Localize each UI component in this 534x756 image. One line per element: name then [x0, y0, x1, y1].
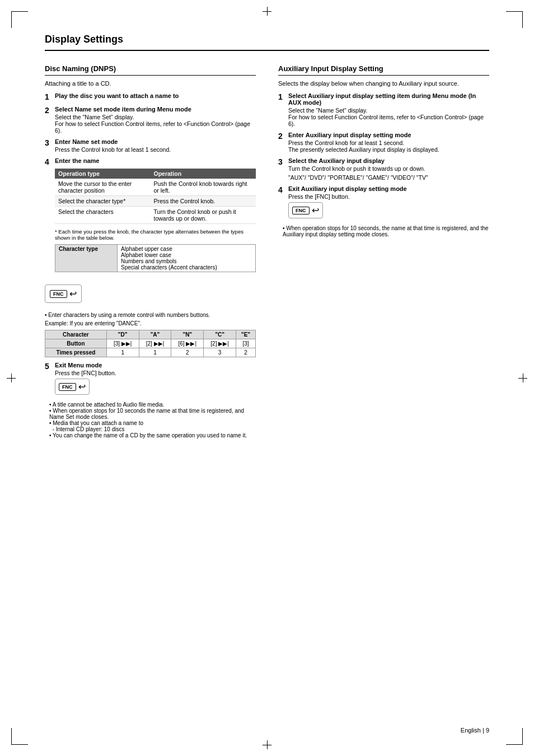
- ex-button-e: [3]: [236, 339, 255, 348]
- step-5: 5 Exit Menu mode Press the [FNC] button.…: [45, 362, 256, 397]
- ex-times-d: 1: [106, 348, 139, 357]
- aux-notes: When operation stops for 10 seconds, the…: [278, 225, 489, 237]
- aux-step-4-number: 4: [278, 185, 286, 194]
- step-3: 3 Enter Name set mode Press the Control …: [45, 138, 256, 153]
- step-4: 4 Enter the name Operation type Operatio…: [45, 157, 256, 276]
- step-3-title: Enter Name set mode: [55, 138, 256, 145]
- ex-header-n: "N": [171, 330, 204, 339]
- ex-times-c: 3: [204, 348, 236, 357]
- note-item: When operation stops for 10 seconds the …: [49, 408, 256, 420]
- note-enter-chars-text: • Enter characters by using a remote con…: [45, 312, 256, 318]
- table-row: Select the character type* Press the Con…: [55, 196, 256, 207]
- note-example-text: Example: If you are entering "DANCE".: [45, 320, 256, 326]
- char-type-values: Alphabet upper case Alphabet lower case …: [118, 245, 256, 272]
- ops-row1-type: Move the cursor to the enter character p…: [55, 179, 151, 196]
- step-2-title: Select Name set mode item during Menu mo…: [55, 106, 256, 113]
- step-3-number: 3: [45, 138, 53, 147]
- step-5-title: Exit Menu mode: [55, 362, 256, 368]
- aux-title: Auxiliary Input Display Setting: [278, 64, 489, 76]
- ex-header-char: Character: [45, 330, 107, 339]
- ex-times-a: 1: [139, 348, 171, 357]
- aux-step-4-title: Exit Auxiliary input display setting mod…: [288, 185, 489, 192]
- page-title: Display Settings: [45, 34, 489, 51]
- ops-row2-type: Select the character type*: [55, 196, 151, 207]
- disc-naming-title: Disc Naming (DNPS): [45, 64, 256, 76]
- step-1: 1 Play the disc you want to attach a nam…: [45, 92, 256, 101]
- char-type-table: Character type Alphabet upper case Alpha…: [55, 244, 256, 272]
- ex-button-label: Button: [45, 339, 107, 348]
- aux-subtitle: Selects the display below when changing …: [278, 80, 489, 87]
- step-1-number: 1: [45, 92, 53, 101]
- aux-fnc-icon: FNC: [292, 207, 310, 214]
- char-type-label: Character type: [55, 245, 118, 272]
- aux-note-item: When operation stops for 10 seconds, the…: [283, 225, 489, 237]
- aux-step-1-number: 1: [278, 92, 286, 101]
- ex-button-d: [3] ▶▶|: [106, 339, 139, 348]
- ex-header-a: "A": [139, 330, 171, 339]
- step-5-number: 5: [45, 362, 53, 371]
- aux-step-2-body: Press the Control knob for at least 1 se…: [288, 139, 489, 153]
- ex-times-e: 2: [236, 348, 255, 357]
- arrow-icon-2: ↩: [78, 381, 86, 392]
- aux-step-3-body: Turn the Control knob or push it towards…: [288, 165, 489, 172]
- step-2-number: 2: [45, 106, 53, 115]
- aux-step-3-title: Select the Auxiliary input display: [288, 157, 489, 164]
- step-1-title: Play the disc you want to attach a name …: [55, 92, 179, 99]
- note-item: A title cannot be attached to Audio file…: [49, 402, 256, 408]
- fnc-icon-1: FNC: [50, 290, 67, 298]
- aux-step-2: 2 Enter Auxiliary input display setting …: [278, 132, 489, 153]
- table-row: Character type Alphabet upper case Alpha…: [55, 245, 256, 272]
- step-5-body: Press the [FNC] button.: [55, 370, 256, 376]
- fnc-button-box: FNC ↩: [55, 379, 90, 395]
- ex-button-c: [2] ▶▶|: [204, 339, 236, 348]
- aux-step-1-title: Select Auxiliary input display setting i…: [288, 92, 489, 106]
- fnc-icon-2: FNC: [59, 383, 76, 391]
- right-column: Auxiliary Input Display Setting Selects …: [278, 64, 489, 443]
- table-row: Move the cursor to the enter character p…: [55, 179, 256, 196]
- ex-times-label: Times pressed: [45, 348, 107, 357]
- notes-2: A title cannot be attached to Audio file…: [45, 402, 256, 438]
- step-2-body: Select the "Name Set" display.For how to…: [55, 114, 256, 134]
- aux-step-3-number: 3: [278, 157, 286, 166]
- ex-header-d: "D": [106, 330, 139, 339]
- aux-step-1-body: Select the "Name Set" display.For how to…: [288, 107, 489, 127]
- aux-step-1: 1 Select Auxiliary input display setting…: [278, 92, 489, 127]
- note-box-enter-chars: • Enter characters by using a remote con…: [45, 312, 256, 357]
- operations-table: Operation type Operation Move the cursor…: [55, 169, 256, 224]
- table-row: Button [3] ▶▶| [2] ▶▶| [6] ▶▶| [2] ▶▶| […: [45, 339, 256, 348]
- note-item: Media that you can attach a name to - In…: [49, 420, 256, 432]
- ex-button-n: [6] ▶▶|: [171, 339, 204, 348]
- example-table: Character "D" "A" "N" "C" "E" Button [3]…: [45, 330, 256, 357]
- note-box-1: FNC ↩: [45, 284, 82, 303]
- left-column: Disc Naming (DNPS) Attaching a title to …: [45, 64, 256, 443]
- step-2: 2 Select Name set mode item during Menu …: [45, 106, 256, 134]
- disc-naming-subtitle: Attaching a title to a CD.: [45, 80, 256, 87]
- aux-arrow-icon: ↩: [312, 205, 319, 216]
- aux-step-3-extra: "AUX"/ "DVD"/ "PORTABLE"/ "GAME"/ "VIDEO…: [288, 174, 489, 181]
- ops-header-op: Operation: [151, 169, 256, 179]
- ops-row3-op: Turn the Control knob or push it towards…: [151, 207, 256, 224]
- ops-header-type: Operation type: [55, 169, 151, 179]
- footnote-asterisk: * Each time you press the knob, the char…: [55, 228, 256, 241]
- aux-step-4: 4 Exit Auxiliary input display setting m…: [278, 185, 489, 221]
- table-row: Times pressed 1 1 2 3 2: [45, 348, 256, 357]
- ops-row3-type: Select the characters: [55, 207, 151, 224]
- page-footer: English | 9: [461, 727, 489, 734]
- ops-row2-op: Press the Control knob.: [151, 196, 256, 207]
- step-4-number: 4: [45, 157, 53, 166]
- ex-header-c: "C": [204, 330, 236, 339]
- aux-step-2-title: Enter Auxiliary input display setting mo…: [288, 132, 489, 138]
- aux-fnc-button-box: FNC ↩: [288, 202, 323, 218]
- aux-step-2-number: 2: [278, 132, 286, 141]
- step-4-title: Enter the name: [55, 157, 256, 164]
- aux-step-3: 3 Select the Auxiliary input display Tur…: [278, 157, 489, 181]
- aux-step-4-body: Press the [FNC] button.: [288, 193, 489, 200]
- ex-header-e: "E": [236, 330, 255, 339]
- table-row: Select the characters Turn the Control k…: [55, 207, 256, 224]
- ex-times-n: 2: [171, 348, 204, 357]
- step-3-body: Press the Control knob for at least 1 se…: [55, 146, 256, 153]
- ex-button-a: [2] ▶▶|: [139, 339, 171, 348]
- arrow-icon-1: ↩: [69, 288, 77, 299]
- ops-row1-op: Push the Control knob towards right or l…: [151, 179, 256, 196]
- note-item: You can change the name of a CD by the s…: [49, 432, 256, 438]
